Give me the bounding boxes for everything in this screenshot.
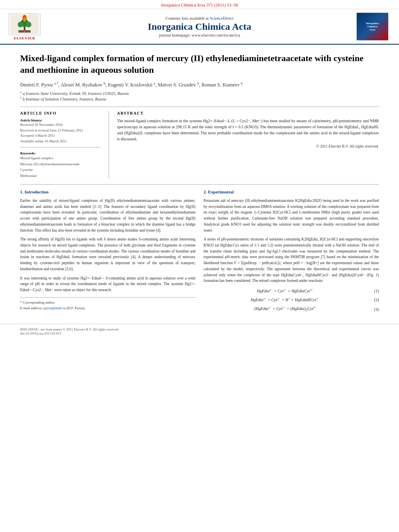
article-content: Mixed-ligand complex formation of mercur… bbox=[0, 45, 399, 324]
email-link[interactable]: pyreu@mail.ru bbox=[43, 306, 66, 310]
equation-1-number: (1) bbox=[367, 288, 379, 294]
elsevier-logo-image bbox=[8, 13, 41, 35]
journal-name-title: Inorganica Chimica Acta bbox=[47, 21, 352, 32]
equation-3-formula: 2HgEdta2− + Cys2− = (HgEdta)2Cys6− bbox=[204, 306, 367, 313]
svg-point-6 bbox=[23, 18, 26, 22]
page: Inorganica Chimica Acta 371 (2011) 53–58 bbox=[0, 0, 399, 532]
copyright-line: © 2011 Elsevier B.V. All rights reserved… bbox=[117, 144, 379, 148]
contents-text: Contents lists available at bbox=[165, 16, 210, 21]
svg-point-4 bbox=[26, 22, 31, 27]
intro-para-1: Earlier the stability of mixed-ligand co… bbox=[20, 198, 195, 233]
equation-3-number: (3) bbox=[367, 306, 379, 313]
intro-para-3: It was interesting to study of systems H… bbox=[20, 275, 195, 293]
authors-line: Dmitrii F. Pyreu a,*, Alexei M. Ryzhakov… bbox=[20, 81, 379, 88]
email-suffix: (D.F. Pyreu). bbox=[66, 306, 85, 310]
footer-bar: 0020-1693/$ - see front matter © 2011 El… bbox=[0, 324, 399, 339]
keywords-label: Keywords: bbox=[20, 151, 36, 155]
article-info-header: ARTICLE INFO bbox=[20, 111, 101, 115]
affiliation-a: a a Ivanovo State University, Ermak 39, … bbox=[20, 90, 379, 96]
journal-homepage: journal homepage: www.elsevier.com/locat… bbox=[47, 33, 352, 37]
body-columns: 1. Introduction Earlier the stability of… bbox=[20, 184, 379, 316]
accepted-date: Accepted 3 March 2011 bbox=[20, 133, 101, 139]
corresponding-author-note: * Corresponding author. bbox=[20, 300, 195, 306]
intro-heading: 1. Introduction bbox=[20, 189, 195, 195]
abstract-header: ABSTRACT bbox=[117, 111, 379, 115]
experimental-heading: 2. Experimental bbox=[204, 189, 379, 195]
journal-cover-thumbnail: InorganicaChimicaActa bbox=[356, 12, 389, 41]
received-date: Received 26 November 2010 bbox=[20, 122, 101, 128]
reactions-section: HgEdta2− + Cys2− = HgEdtaCys4− (1) HgEdt… bbox=[204, 288, 379, 313]
cover-title-text: InorganicaChimicaActa bbox=[366, 22, 379, 31]
experimental-para-1: Potassium salt of mercury (II) ethylened… bbox=[204, 198, 379, 233]
sciencedirect-link[interactable]: ScienceDirect bbox=[210, 16, 234, 21]
affiliations-block: a a Ivanovo State University, Ermak 39, … bbox=[20, 90, 379, 101]
keyword-2: Mercury (II) ethylenediaminetetraacetate bbox=[20, 161, 101, 167]
svg-point-3 bbox=[18, 22, 23, 27]
intro-para-2: The strong affinity of Hg(II) ion to lig… bbox=[20, 236, 195, 272]
email-note: E-mail address: pyreu@mail.ru (D.F. Pyre… bbox=[20, 306, 195, 311]
equation-3-row: 2HgEdta2− + Cys2− = (HgEdta)2Cys6− (3) bbox=[204, 306, 379, 313]
info-abstract-section: ARTICLE INFO Article history: Received 2… bbox=[20, 107, 379, 179]
elsevier-logo-block: ELSEVIER bbox=[6, 13, 43, 40]
journal-header: ELSEVIER Contents lists available at Sci… bbox=[0, 9, 399, 45]
article-title: Mixed-ligand complex formation of mercur… bbox=[20, 53, 379, 76]
journal-title-block: Contents lists available at ScienceDirec… bbox=[47, 16, 352, 37]
keyword-4: Methionine bbox=[20, 173, 101, 179]
footnotes-block: * Corresponding author. E-mail address: … bbox=[20, 297, 195, 311]
experimental-column: 2. Experimental Potassium salt of mercur… bbox=[204, 189, 379, 316]
keyword-1: Mixed-ligand complex bbox=[20, 155, 101, 161]
equation-2-row: HgEdta2− + Cys2− + H+ = HgEdtaHCys3− (2) bbox=[204, 297, 379, 303]
article-info-panel: ARTICLE INFO Article history: Received 2… bbox=[20, 111, 101, 179]
equation-2-formula: HgEdta2− + Cys2− + H+ = HgEdtaHCys3− bbox=[204, 297, 367, 303]
abstract-panel: ABSTRACT The mixed-ligand complex format… bbox=[117, 111, 379, 179]
affiliation-b: b b Institute of Solution Chemistry, Iva… bbox=[20, 96, 379, 101]
authors-text: Dmitrii F. Pyreu a,*, Alexei M. Ryzhakov… bbox=[20, 82, 243, 88]
abstract-body: The mixed-ligand complex formation in th… bbox=[117, 118, 379, 142]
journal-citation: Inorganica Chimica Acta 371 (2011) 53–58 bbox=[161, 2, 238, 7]
equation-1-row: HgEdta2− + Cys2− = HgEdtaCys4− (1) bbox=[204, 288, 379, 294]
available-online-date: Available online 16 March 2011 bbox=[20, 139, 101, 144]
equation-1-formula: HgEdta2− + Cys2− = HgEdtaCys4− bbox=[204, 288, 367, 294]
journal-cover-block: InorganicaChimicaActa bbox=[356, 12, 393, 41]
keywords-section: Keywords: Mixed-ligand complex Mercury (… bbox=[20, 151, 101, 179]
equation-2-number: (2) bbox=[367, 297, 379, 303]
keyword-3: Cysteine bbox=[20, 167, 101, 173]
introduction-column: 1. Introduction Earlier the stability of… bbox=[20, 189, 195, 316]
elsevier-brand-text: ELSEVIER bbox=[14, 36, 35, 40]
journal-citation-bar: Inorganica Chimica Acta 371 (2011) 53–58 bbox=[0, 0, 399, 9]
history-label: Article history: bbox=[20, 118, 43, 122]
received-revised-date: Received in revised form 21 February 201… bbox=[20, 128, 101, 134]
contents-available-line: Contents lists available at ScienceDirec… bbox=[47, 16, 352, 21]
footer-issn: 0020-1693/$ - see front matter © 2011 El… bbox=[20, 327, 379, 331]
footer-doi: doi:10.1016/j.ica.2011.03.013 bbox=[20, 331, 379, 335]
article-history: Article history: Received 26 November 20… bbox=[20, 118, 101, 144]
email-label: E-mail address: bbox=[20, 306, 43, 310]
info-abstract-divider bbox=[109, 111, 109, 179]
experimental-para-2: A series of pH-potentiometric titrations… bbox=[204, 236, 379, 284]
